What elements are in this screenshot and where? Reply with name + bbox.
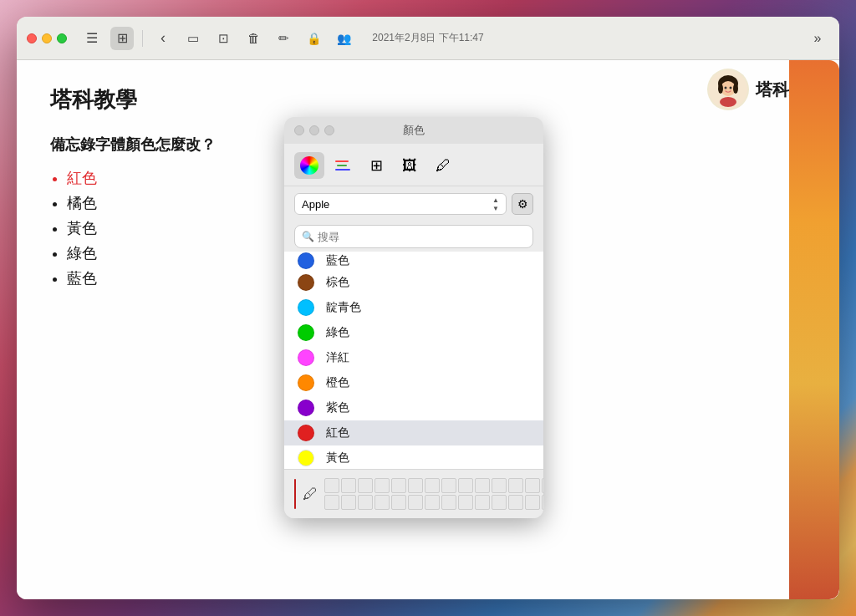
color-list: 藍色 棕色 靛青色 綠色 洋紅 [284,252,543,469]
back-button[interactable]: ‹ [151,27,175,50]
lock-button[interactable]: 🔒 [302,27,325,50]
gallery-icon: ⊡ [218,31,229,46]
color-name: 洋紅 [326,350,349,365]
current-color-swatch[interactable] [294,479,296,509]
color-item-yellow[interactable]: 黃色 [284,445,543,469]
gear-button[interactable]: ⚙ [512,193,533,215]
swatch-cell[interactable] [341,478,356,493]
color-name: 紅色 [326,425,349,440]
tab-sliders[interactable] [328,152,358,179]
dialog-close-button[interactable] [294,125,304,135]
more-button[interactable]: » [806,27,829,50]
color-swatch [298,450,314,466]
swatch-cell[interactable] [542,495,543,510]
color-swatch [298,425,314,441]
swatch-cell[interactable] [391,478,406,493]
swatch-cell[interactable] [324,495,339,510]
swatch-cell[interactable] [458,495,473,510]
swatch-cell[interactable] [358,495,373,510]
color-name: 黃色 [326,451,349,466]
trash-button[interactable]: 🗑 [242,27,265,50]
back-icon: ‹ [160,29,166,47]
color-swatch [298,400,314,416]
swatch-cell[interactable] [358,478,373,493]
swatch-cell[interactable] [475,495,490,510]
sliders-icon [335,160,350,171]
swatch-cell[interactable] [508,478,523,493]
color-swatch [298,324,314,341]
content-area: 塔科教學 備忘錄字體顏色怎麼改？ 紅色 橘色 黃色 綠色 藍色 [17,60,839,599]
swatch-cell[interactable] [324,478,339,493]
share-button[interactable]: 👥 [332,27,355,50]
swatch-cell[interactable] [441,478,456,493]
search-input[interactable] [318,231,526,243]
color-swatch [298,274,314,291]
swatch-cell[interactable] [492,478,507,493]
gallery-button[interactable]: ⊡ [211,27,235,50]
grid-view-button[interactable]: ⊞ [110,27,134,50]
swatch-cell[interactable] [458,478,473,493]
color-name: 紫色 [326,400,349,415]
dialog-maximize-button[interactable] [324,125,334,135]
tab-crayons[interactable]: 🖊 [428,152,458,179]
swatch-cell[interactable] [542,478,543,493]
brand-avatar [707,69,749,110]
palette-selector: Apple ▲ ▼ ⚙ [284,186,543,221]
swatch-cell[interactable] [391,495,406,510]
maximize-button[interactable] [57,33,67,43]
color-swatch [298,374,314,391]
swatch-cell[interactable] [341,495,356,510]
swatch-cell[interactable] [425,495,440,510]
dialog-minimize-button[interactable] [309,125,319,135]
dropdown-arrows-icon: ▲ ▼ [492,196,499,212]
svg-point-6 [733,84,738,94]
toolbar-right: » [806,27,829,50]
swatch-cell[interactable] [525,495,540,510]
search-box[interactable]: 🔍 [294,225,533,248]
palette-icon: ⊞ [370,156,383,175]
svg-point-3 [725,87,727,89]
palette-dropdown[interactable]: Apple ▲ ▼ [294,193,507,215]
grid-view-icon: ⊞ [117,30,128,46]
tab-palette[interactable]: ⊞ [361,152,391,179]
crayons-icon: 🖊 [436,157,451,175]
swatch-cell[interactable] [441,495,456,510]
swatch-cell[interactable] [408,495,423,510]
eyedropper-tool[interactable]: 🖊 [303,486,318,503]
right-decorative-strip [789,60,839,599]
color-item-magenta[interactable]: 洋紅 [284,345,543,370]
edit-button[interactable]: ✏ [272,27,295,50]
sidebar-toggle-button[interactable]: ▭ [181,27,205,50]
color-name: 綠色 [326,325,349,340]
color-item-purple[interactable]: 紫色 [284,395,543,420]
color-mode-tabs: ⊞ 🖼 🖊 [284,144,543,186]
color-item-orange[interactable]: 橙色 [284,370,543,395]
color-picker-dialog: 顏色 ⊞ 🖼 🖊 [284,117,543,518]
saved-color-swatches [324,478,543,510]
color-item-red[interactable]: 紅色 [284,420,543,445]
swatch-cell[interactable] [508,495,523,510]
swatch-cell[interactable] [374,478,390,493]
close-button[interactable] [27,33,37,43]
swatch-cell[interactable] [475,478,490,493]
swatch-cell[interactable] [492,495,507,510]
tab-image[interactable]: 🖼 [395,152,425,179]
color-item-blue-partial[interactable]: 藍色 [284,252,543,270]
swatch-cell[interactable] [425,478,440,493]
color-item-brown[interactable]: 棕色 [284,270,543,295]
color-item-cyan[interactable]: 靛青色 [284,295,543,320]
tab-color-wheel[interactable] [294,152,324,179]
avatar-illustration [709,70,747,109]
trash-icon: 🗑 [247,31,260,45]
swatch-cell[interactable] [408,478,423,493]
color-name: 靛青色 [326,300,361,315]
color-wheel-icon [300,156,318,175]
swatch-cell[interactable] [374,495,390,510]
toolbar-separator-1 [142,30,143,47]
dialog-title: 顏色 [403,123,425,138]
color-item-green[interactable]: 綠色 [284,320,543,345]
swatch-cell[interactable] [525,478,540,493]
lock-icon: 🔒 [307,32,321,45]
list-view-button[interactable]: ☰ [80,27,104,50]
minimize-button[interactable] [42,33,52,43]
